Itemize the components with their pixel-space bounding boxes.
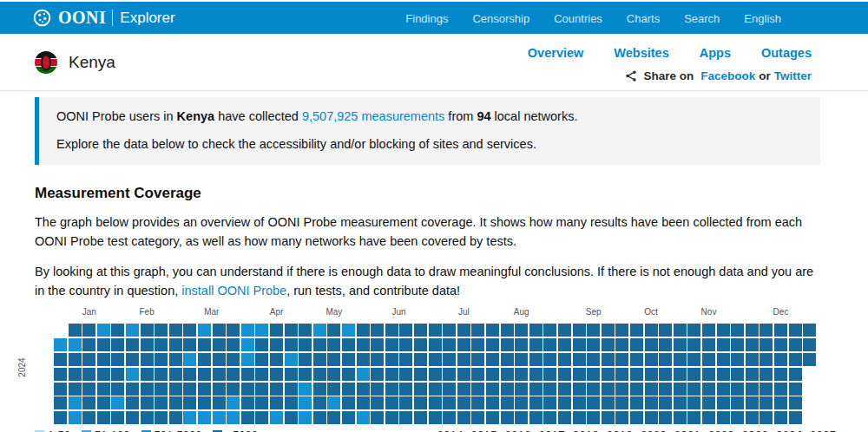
heatmap-cell[interactable]	[299, 324, 312, 337]
heatmap-cell[interactable]	[602, 383, 615, 396]
heatmap-cell[interactable]	[241, 324, 254, 337]
heatmap-cell[interactable]	[155, 368, 168, 381]
heatmap-cell[interactable]	[313, 368, 326, 381]
heatmap-cell[interactable]	[471, 338, 484, 351]
heatmap-cell[interactable]	[385, 368, 398, 381]
heatmap-cell[interactable]	[501, 324, 514, 337]
heatmap-cell[interactable]	[674, 353, 687, 366]
heatmap-cell[interactable]	[501, 368, 514, 381]
heatmap-cell[interactable]	[357, 338, 370, 351]
heatmap-cell[interactable]	[241, 338, 254, 351]
year-link-2025[interactable]: 2025	[810, 429, 836, 432]
heatmap-cell[interactable]	[327, 411, 340, 424]
heatmap-cell[interactable]	[731, 368, 744, 381]
heatmap-cell[interactable]	[630, 383, 643, 396]
heatmap-cell[interactable]	[327, 368, 340, 381]
heatmap-cell[interactable]	[371, 396, 384, 409]
heatmap-cell[interactable]	[429, 324, 442, 337]
heatmap-cell[interactable]	[241, 411, 254, 424]
heatmap-cell[interactable]	[241, 353, 254, 366]
heatmap-cell[interactable]	[198, 353, 211, 366]
heatmap-cell[interactable]	[731, 353, 744, 366]
heatmap-cell[interactable]	[501, 353, 514, 366]
heatmap-cell[interactable]	[371, 338, 384, 351]
heatmap-cell[interactable]	[126, 411, 139, 424]
heatmap-cell[interactable]	[659, 368, 672, 381]
heatmap-cell[interactable]	[702, 368, 715, 381]
heatmap-cell[interactable]	[111, 368, 124, 381]
heatmap-cell[interactable]	[515, 353, 528, 366]
heatmap-cell[interactable]	[615, 338, 628, 351]
heatmap-cell[interactable]	[97, 411, 110, 424]
heatmap-cell[interactable]	[183, 324, 196, 337]
navbar-link-charts[interactable]: Charts	[627, 12, 660, 25]
heatmap-cell[interactable]	[443, 383, 456, 396]
heatmap-cell[interactable]	[674, 396, 687, 409]
year-link-2014[interactable]: 2014	[437, 429, 463, 432]
heatmap-cell[interactable]	[155, 396, 168, 409]
heatmap-cell[interactable]	[803, 324, 816, 337]
heatmap-cell[interactable]	[645, 411, 658, 424]
heatmap-cell[interactable]	[471, 383, 484, 396]
heatmap-cell[interactable]	[183, 368, 196, 381]
heatmap-cell[interactable]	[543, 383, 556, 396]
tab-apps[interactable]: Apps	[700, 46, 731, 60]
heatmap-cell[interactable]	[717, 324, 730, 337]
heatmap-cell[interactable]	[327, 324, 340, 337]
heatmap-cell[interactable]	[501, 338, 514, 351]
heatmap-cell[interactable]	[702, 338, 715, 351]
heatmap-cell[interactable]	[141, 396, 154, 409]
heatmap-cell[interactable]	[674, 368, 687, 381]
heatmap-cell[interactable]	[227, 353, 240, 366]
heatmap-cell[interactable]	[645, 368, 658, 381]
heatmap-cell[interactable]	[342, 368, 355, 381]
heatmap-cell[interactable]	[169, 383, 182, 396]
heatmap-cell[interactable]	[457, 338, 470, 351]
heatmap-cell[interactable]	[385, 353, 398, 366]
heatmap-cell[interactable]	[371, 353, 384, 366]
heatmap-cell[interactable]	[385, 396, 398, 409]
heatmap-cell[interactable]	[587, 338, 600, 351]
navbar-link-findings[interactable]: Findings	[405, 12, 448, 25]
heatmap-cell[interactable]	[255, 368, 268, 381]
heatmap-cell[interactable]	[198, 383, 211, 396]
heatmap-cell[interactable]	[543, 396, 556, 409]
heatmap-cell[interactable]	[731, 338, 744, 351]
heatmap-cell[interactable]	[141, 411, 154, 424]
heatmap-cell[interactable]	[529, 368, 542, 381]
heatmap-cell[interactable]	[169, 353, 182, 366]
heatmap-cell[interactable]	[213, 383, 226, 396]
heatmap-cell[interactable]	[543, 353, 556, 366]
share-twitter-link[interactable]: Twitter	[774, 69, 812, 82]
heatmap-cell[interactable]	[501, 383, 514, 396]
heatmap-cell[interactable]	[760, 324, 773, 337]
heatmap-cell[interactable]	[198, 338, 211, 351]
heatmap-cell[interactable]	[213, 396, 226, 409]
heatmap-cell[interactable]	[213, 353, 226, 366]
heatmap-cell[interactable]	[587, 368, 600, 381]
heatmap-cell[interactable]	[789, 383, 802, 396]
heatmap-cell[interactable]	[371, 411, 384, 424]
heatmap-cell[interactable]	[529, 353, 542, 366]
heatmap-cell[interactable]	[327, 338, 340, 351]
heatmap-cell[interactable]	[659, 353, 672, 366]
heatmap-cell[interactable]	[486, 368, 499, 381]
heatmap-cell[interactable]	[645, 353, 658, 366]
heatmap-cell[interactable]	[457, 368, 470, 381]
heatmap-cell[interactable]	[313, 338, 326, 351]
heatmap-cell[interactable]	[82, 324, 95, 337]
heatmap-cell[interactable]	[141, 338, 154, 351]
heatmap-cell[interactable]	[471, 368, 484, 381]
heatmap-cell[interactable]	[471, 324, 484, 337]
heatmap-cell[interactable]	[731, 411, 744, 424]
heatmap-cell[interactable]	[54, 396, 67, 409]
heatmap-cell[interactable]	[529, 383, 542, 396]
heatmap-cell[interactable]	[615, 396, 628, 409]
heatmap-cell[interactable]	[602, 411, 615, 424]
heatmap-cell[interactable]	[227, 411, 240, 424]
heatmap-cell[interactable]	[155, 338, 168, 351]
heatmap-cell[interactable]	[702, 411, 715, 424]
heatmap-cell[interactable]	[414, 353, 427, 366]
heatmap-cell[interactable]	[731, 383, 744, 396]
heatmap-cell[interactable]	[602, 368, 615, 381]
